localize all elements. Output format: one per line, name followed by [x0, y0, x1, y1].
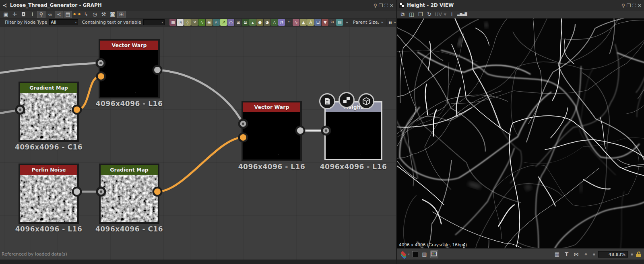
inherit-chevron[interactable]: »	[393, 20, 396, 25]
palette-crop-icon[interactable]: ⊡	[314, 19, 321, 26]
timer-icon[interactable]: ◷	[91, 11, 99, 18]
palette-flood-fill-icon[interactable]: ◒	[242, 19, 249, 26]
display-settings-button[interactable]	[430, 250, 438, 258]
background-pattern-icon[interactable]: ▥	[421, 250, 429, 258]
link-plug-icon[interactable]: ∞	[46, 11, 54, 18]
palette-gradient-icon[interactable]: ◔	[278, 19, 285, 26]
palette-pattern-01-icon[interactable]: ∷	[285, 19, 292, 26]
graph-view-icon[interactable]: ≺	[55, 11, 63, 18]
palette-shape-icon[interactable]: ◕	[264, 19, 270, 26]
node-title: Vector Warp Grayscale	[243, 102, 300, 112]
node-height-output[interactable]: Height	[324, 101, 382, 160]
node-vector-warp-grayscale-1[interactable]: Vector Warp Grayscale	[99, 39, 160, 98]
elbow-connector-icon[interactable]: ↳	[82, 11, 90, 18]
palette-hsl-icon[interactable]: ○	[227, 19, 234, 26]
palette-warning-icon[interactable]: ▲	[300, 19, 307, 26]
palette-link-icon[interactable]: ●	[256, 19, 263, 26]
info-dropdown-icon[interactable]: i	[28, 11, 37, 18]
palette-curve-icon[interactable]: ∿	[293, 19, 299, 26]
view-toolbar: ⧉◫❐↻UV ▾i▃▆▄█	[397, 10, 644, 18]
grid-snap-icon[interactable]: ⊞	[117, 11, 126, 18]
maximize-icon[interactable]: ⛶	[385, 3, 388, 8]
palette-transform-icon[interactable]: ◰	[213, 19, 220, 26]
monitor-icon	[431, 252, 437, 256]
uv-mode-dropdown[interactable]: UV ▾	[434, 11, 447, 18]
histogram-icon[interactable]: ▃▆▄█	[456, 11, 468, 18]
tools-wrench-icon[interactable]: ⚒	[99, 11, 108, 18]
palette-blend-icon[interactable]: ◊	[184, 19, 191, 26]
texture-2d-view[interactable]: 4096 x 4096 (Grayscale, 16bpc)	[397, 18, 644, 248]
copy-image-icon[interactable]: ❐	[416, 11, 425, 18]
node-thumbnail	[326, 112, 381, 159]
layers-stack-icon[interactable]: ▤	[64, 11, 72, 18]
zoom-in-button[interactable]: ●	[631, 253, 633, 256]
highlight-links-icon[interactable]: ●−●	[72, 11, 81, 18]
palette-normal-icon[interactable]: ↗	[220, 19, 227, 26]
node-output-size-label: 4096x4096 - L16	[314, 163, 392, 171]
image-preview-icon[interactable]: ◙	[108, 11, 117, 18]
node-properties-button[interactable]	[319, 93, 335, 109]
maximize-icon[interactable]: ⛶	[633, 3, 636, 8]
pin-icon[interactable]: ⚲	[621, 3, 625, 8]
palette-tile-random-icon[interactable]: ▨	[336, 19, 343, 26]
inherit-link-icon[interactable]: ▮▮	[389, 21, 392, 24]
frame-selection-icon[interactable]: ▣	[2, 11, 10, 18]
parent-size-label: Parent Size:	[353, 20, 379, 25]
palette-spray-icon[interactable]: ▴	[249, 19, 256, 26]
node-title: Perlin Noise	[20, 165, 77, 175]
palette-levels-icon[interactable]: ∿	[198, 19, 205, 26]
background-color-swatch[interactable]	[412, 251, 418, 257]
graph-panel: ≺ Loose_Thread_Generator - GRAPH ⚲❐⛶✕ ▣✛…	[0, 0, 396, 264]
mirror-tool-icon[interactable]: ⋈	[572, 250, 580, 258]
information-icon[interactable]: i	[448, 11, 456, 18]
containing-text-select[interactable]: ▾	[143, 19, 165, 25]
save-image-icon[interactable]: ◫	[407, 11, 416, 18]
palette-value-01-icon[interactable]: 01	[329, 19, 336, 26]
palette-material-blend-icon[interactable]: ▼	[322, 19, 328, 26]
chevron-down-icon: ▾	[75, 20, 76, 24]
node-vector-warp-grayscale-2[interactable]: Vector Warp Grayscale	[242, 101, 302, 161]
close-icon[interactable]: ✕	[390, 3, 394, 8]
view-2d-button[interactable]	[339, 92, 355, 108]
node-output-size-label: 4096x4096 - C16	[90, 225, 168, 233]
close-icon[interactable]: ✕	[638, 3, 642, 8]
pan-tool-icon[interactable]: ⌖	[582, 250, 590, 258]
palette-channel-shuffle-icon[interactable]: ✕	[191, 19, 198, 26]
palette-pyramid-icon[interactable]: △	[271, 19, 278, 26]
wire	[0, 110, 19, 113]
palette-tile-generator-icon[interactable]: ⊞	[235, 19, 242, 26]
node-output-size-label: 4096x4096 - L16	[90, 100, 169, 108]
node-perlin-noise[interactable]: Perlin Noise	[19, 164, 79, 224]
application-window: ≺ Loose_Thread_Generator - GRAPH ⚲❐⛶✕ ▣✛…	[0, 0, 644, 264]
float-window-icon[interactable]: ❐	[379, 3, 383, 8]
node-title: Gradient Map	[101, 165, 158, 175]
center-view-icon[interactable]: ✛	[10, 11, 19, 18]
channels-layers-icon[interactable]	[400, 251, 407, 258]
tiling-mode-icon[interactable]: ▦	[553, 250, 561, 258]
parent-size-chevron[interactable]: »	[381, 20, 384, 25]
wire-active	[157, 137, 243, 192]
pin-icon[interactable]: ⚲	[374, 3, 377, 8]
node-gradient-map-1[interactable]: Gradient Map	[19, 82, 79, 142]
palette-overflow-chevron[interactable]: »	[345, 20, 348, 25]
node-thumbnail	[101, 175, 158, 222]
screenshot-camera-icon[interactable]: ◘	[19, 11, 28, 18]
transform-tool-icon[interactable]: T	[563, 250, 571, 258]
graph-canvas[interactable]: Vector Warp Grayscale 4096x4096 - L16 Gr…	[0, 27, 396, 260]
view-3d-button[interactable]	[358, 93, 374, 109]
zoom-out-button[interactable]: ●	[593, 253, 595, 256]
node-gradient-map-2[interactable]: Gradient Map	[99, 164, 159, 224]
graph-node-icon: ≺	[2, 2, 7, 8]
zoom-lock-icon[interactable]	[636, 252, 641, 257]
node-type-select[interactable]: All▾	[49, 19, 78, 25]
zoom-level-field[interactable]: 48.83%	[598, 251, 628, 258]
palette-text-icon[interactable]: A	[307, 19, 314, 26]
view-bottom-strip	[397, 260, 644, 264]
palette-blur-icon[interactable]: ◉	[206, 19, 213, 26]
float-window-icon[interactable]: ❐	[627, 3, 631, 8]
duplicate-view-icon[interactable]: ⧉	[398, 11, 407, 18]
update-image-icon[interactable]: ↻	[425, 11, 433, 18]
palette-svg-icon[interactable]: ◳	[177, 19, 184, 26]
palette-uniform-color-icon[interactable]: ▩	[169, 19, 176, 26]
search-icon[interactable]: ⚲	[37, 11, 45, 18]
